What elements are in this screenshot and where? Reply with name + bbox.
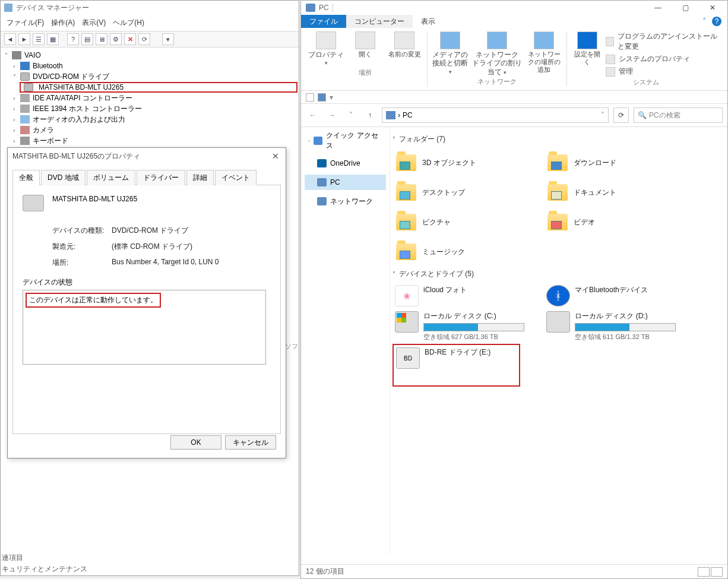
tree-item-keyboard[interactable]: › キーボード (10, 135, 297, 146)
ribbon-manage[interactable]: 管理 (606, 67, 720, 77)
qat-paste-icon[interactable] (318, 93, 326, 102)
tree-item-dvd[interactable]: ˅ DVD/CD-ROM ドライブ (10, 71, 297, 82)
tab-view[interactable]: 表示 (413, 15, 444, 28)
scan-icon[interactable]: 🖥 (96, 33, 107, 45)
section-header-drives[interactable]: ˅ デバイスとドライブ (5) (393, 269, 725, 279)
menu-file[interactable]: ファイル(F) (4, 17, 46, 29)
chevron-down-icon[interactable]: ˅ (10, 74, 18, 80)
refresh-icon[interactable]: ⟳ (613, 107, 629, 123)
device-status-textarea[interactable]: このデバイスは正常に動作しています。 (23, 290, 266, 365)
ribbon-sysprops[interactable]: システムのプロパティ (606, 54, 720, 64)
update-icon[interactable]: ⚙ (110, 33, 122, 45)
qat-dropdown-icon[interactable]: ▾ (330, 93, 333, 102)
sidebar-item-quickaccess[interactable]: › クイック アクセス (305, 133, 386, 148)
gear-icon (577, 31, 597, 49)
tree-item-bluetooth[interactable]: › Bluetooth (10, 61, 297, 71)
forward-icon[interactable]: ► (18, 33, 30, 45)
sidebar-item-network[interactable]: ネットワーク (305, 194, 386, 209)
tab-driver[interactable]: ドライバー (137, 170, 185, 185)
cancel-button[interactable]: キャンセル (225, 435, 276, 450)
tab-general[interactable]: 全般 (12, 170, 40, 185)
ribbon-uninstall[interactable]: プログラムのアンインストールと変更 (606, 31, 720, 52)
ribbon-collapse-icon[interactable]: ˄ (702, 17, 706, 26)
ribbon-add-location[interactable]: ネットワークの場所の追加 (526, 31, 562, 76)
minimize-icon[interactable]: — (644, 1, 672, 14)
chevron-right-icon[interactable]: › (10, 138, 18, 144)
nav-recent-icon[interactable]: ˅ (344, 108, 358, 122)
nav-up-icon[interactable]: ↑ (363, 108, 377, 122)
chevron-right-icon[interactable]: › (10, 63, 18, 69)
ribbon-rename[interactable]: 名前の変更 (387, 31, 422, 67)
uninstall-icon[interactable]: ✕ (124, 33, 136, 45)
search-input[interactable]: 🔍 PCの検索 (634, 107, 723, 123)
chevron-right-icon[interactable]: › (10, 116, 18, 123)
ribbon-properties[interactable]: プロパティ▾ (308, 31, 344, 67)
close-icon[interactable]: ✕ (699, 1, 726, 14)
ribbon-media[interactable]: メディアの接続と切断 ▾ (432, 31, 468, 76)
refresh-icon[interactable]: ⟳ (138, 33, 150, 45)
menu-action[interactable]: 操作(A) (49, 17, 77, 29)
tab-details[interactable]: 詳細 (186, 170, 214, 185)
drive-item[interactable]: ᚼマイBluetoothデバイス (544, 283, 695, 309)
tree-item-1394[interactable]: › IEEE 1394 ホスト コントローラー (10, 103, 297, 114)
back-icon[interactable]: ◄ (4, 33, 16, 45)
status-text: このデバイスは正常に動作しています。 (26, 293, 161, 308)
folder-item[interactable]: ダウンロード (544, 148, 695, 178)
disc-icon (24, 83, 33, 91)
drive-item[interactable]: ローカル ディスク (D:)空き領域 611 GB/1.32 TB (544, 309, 695, 344)
ok-button[interactable]: OK (170, 435, 221, 450)
chevron-right-icon[interactable]: › (10, 106, 18, 112)
nav-forward-icon[interactable]: → (325, 108, 339, 122)
folder-item[interactable]: デスクトップ (393, 178, 544, 207)
tree-item-audio[interactable]: › オーディオの入力および出力 (10, 114, 297, 125)
chevron-right-icon[interactable]: › (10, 95, 18, 102)
folder-icon (546, 182, 569, 203)
tab-events[interactable]: イベント (215, 170, 257, 185)
chevron-down-icon[interactable]: ˅ (2, 52, 10, 59)
folder-item[interactable]: ビデオ (544, 207, 695, 237)
tree-root-row[interactable]: ˅ VAIO (2, 50, 297, 61)
tree-item-matshita[interactable]: MATSHITA BD-MLT UJ265 (20, 82, 297, 93)
ribbon-open[interactable]: 開く (347, 31, 383, 67)
folder-item[interactable]: ミュージック (393, 237, 544, 267)
ribbon-settings[interactable]: 設定を開く (572, 31, 602, 66)
folder-item[interactable]: 3D オブジェクト (393, 148, 544, 178)
folder-item[interactable]: ドキュメント (544, 178, 695, 207)
view-details-icon[interactable] (698, 567, 710, 577)
filter-icon[interactable]: ▾ (162, 33, 174, 45)
help-icon[interactable]: ? (712, 17, 721, 26)
folder-item[interactable]: ピクチャ (393, 207, 544, 237)
chevron-right-icon[interactable]: › (10, 127, 18, 134)
drive-label: マイBluetoothデバイス (575, 285, 648, 295)
tree-item-ide[interactable]: › IDE ATA/ATAPI コントローラー (10, 93, 297, 103)
qat-checkbox[interactable] (306, 93, 314, 102)
show-hide-icon[interactable]: ☰ (33, 33, 45, 45)
section-header-folders[interactable]: ˅ フォルダー (7) (393, 134, 725, 144)
properties-icon[interactable]: ▤ (81, 33, 93, 45)
tab-volume[interactable]: ボリューム (87, 170, 135, 185)
close-icon[interactable]: ✕ (270, 151, 281, 162)
sidebar-item-onedrive[interactable]: OneDrive (305, 156, 386, 171)
sidebar-item-pc[interactable]: PC (305, 175, 386, 190)
view-large-icon[interactable] (711, 567, 723, 577)
nav-back-icon[interactable]: ← (306, 108, 320, 122)
drive-item[interactable]: BDBD-RE ドライブ (E:) (393, 344, 520, 387)
tab-dvdregion[interactable]: DVD 地域 (41, 170, 86, 185)
drive-item[interactable]: ローカル ディスク (C:)空き領域 627 GB/1.36 TB (393, 309, 544, 344)
crumb-sep: › (398, 111, 400, 119)
dm-toolbar: ◄ ► ☰ ▦ ? ▤ 🖥 ⚙ ✕ ⟳ ▾ (1, 31, 299, 48)
chevron-down-icon[interactable]: ˅ (601, 111, 604, 119)
tree-item-camera[interactable]: › カメラ (10, 125, 297, 135)
address-bar[interactable]: › PC ˅ (382, 107, 609, 123)
menu-view[interactable]: 表示(V) (80, 17, 108, 29)
drive-item[interactable]: 🌸iCloud フォト (393, 283, 544, 309)
address-bar-row: ← → ˅ ↑ › PC ˅ ⟳ 🔍 PCの検索 (301, 104, 727, 127)
details-icon[interactable]: ▦ (47, 33, 59, 45)
ribbon-map-drive[interactable]: ネットワーク ドライブの割り当て ▾ (471, 31, 523, 76)
chevron-right-icon[interactable]: › (308, 138, 310, 144)
menu-help[interactable]: ヘルプ(H) (110, 17, 147, 29)
tab-computer[interactable]: コンピューター (346, 15, 413, 28)
help-icon[interactable]: ? (67, 33, 79, 45)
maximize-icon[interactable]: ▢ (672, 1, 699, 14)
tab-file[interactable]: ファイル (301, 15, 346, 28)
